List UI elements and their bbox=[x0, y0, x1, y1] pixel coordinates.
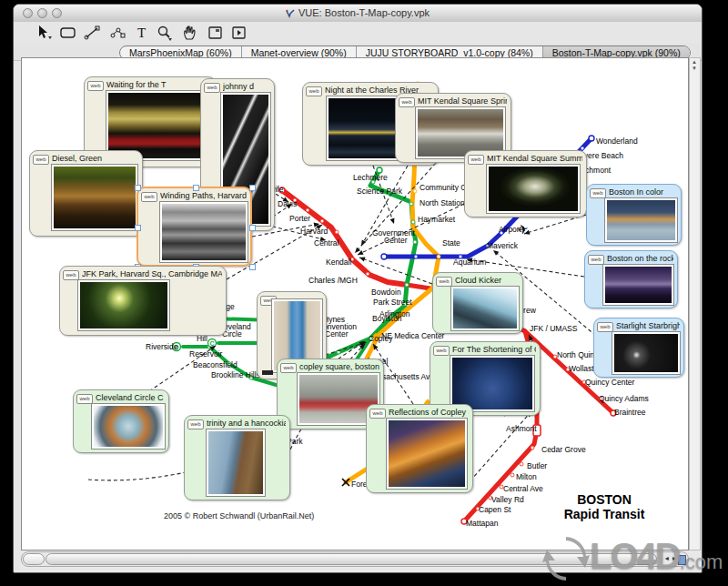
graph-tool-button[interactable] bbox=[109, 25, 127, 41]
node-photo-boston-in-color[interactable] bbox=[605, 198, 677, 242]
station-label: Central bbox=[314, 238, 339, 248]
station-label: Capen St bbox=[479, 505, 511, 514]
web-resource-badge[interactable]: web bbox=[433, 346, 450, 356]
scrollbar-badge[interactable] bbox=[678, 555, 686, 565]
node-photo-diesel-green[interactable] bbox=[52, 165, 137, 230]
station-marker bbox=[306, 208, 309, 212]
terminus-marker bbox=[589, 136, 594, 141]
node-photo-winding-paths[interactable] bbox=[160, 202, 248, 262]
text-tool-button[interactable]: T bbox=[133, 25, 151, 41]
web-resource-badge[interactable]: web bbox=[187, 419, 204, 429]
concept-node-winding-paths[interactable]: webWinding Paths, Harvard Sq. T bbox=[136, 187, 252, 267]
node-photo-cleveland-circle[interactable] bbox=[92, 404, 165, 449]
station-marker bbox=[511, 473, 514, 477]
station-marker bbox=[320, 219, 324, 223]
horizontal-scrollbar-thumb[interactable] bbox=[46, 553, 657, 565]
presentation-tool-button[interactable] bbox=[230, 25, 248, 41]
concept-node-kendal-summer[interactable]: webMIT Kendal Square Summer Night bbox=[464, 150, 587, 217]
station-label: North Station bbox=[420, 198, 465, 207]
link-arrowhead-9 bbox=[359, 258, 366, 262]
concept-node-cleveland-circle[interactable]: webCleveland Circle C Train bbox=[73, 389, 169, 453]
web-resource-badge[interactable]: web bbox=[369, 409, 386, 419]
link-tool-button[interactable] bbox=[84, 25, 102, 41]
node-photo-boston-rocks[interactable] bbox=[603, 265, 673, 305]
node-title: copley square, boston bbox=[299, 362, 379, 371]
window-titlebar[interactable]: VUE: Boston-T-Map-copy.vpk bbox=[14, 5, 702, 23]
station-label: Center bbox=[325, 329, 349, 338]
node-photo-starlight[interactable] bbox=[612, 332, 680, 374]
web-resource-badge[interactable]: web bbox=[204, 83, 220, 93]
concept-node-diesel-green[interactable]: webDiesel, Green bbox=[29, 150, 143, 237]
station-label: Maverick bbox=[487, 241, 519, 250]
web-resource-badge[interactable]: web bbox=[468, 155, 484, 165]
station-marker bbox=[414, 255, 418, 258]
scroll-down-arrow-icon[interactable]: ▼ bbox=[692, 66, 697, 71]
web-resource-badge[interactable]: web bbox=[597, 322, 613, 332]
node-photo-cloud-kicker[interactable] bbox=[451, 287, 519, 330]
window-title: VUE: Boston-T-Map-copy.vpk bbox=[14, 7, 702, 20]
station-marker bbox=[413, 189, 417, 193]
station-label: Mattapan bbox=[466, 519, 499, 528]
web-resource-badge[interactable]: web bbox=[63, 270, 79, 280]
node-photo-trinity[interactable] bbox=[207, 429, 265, 496]
content-tool-button[interactable] bbox=[207, 25, 225, 41]
selection-handle[interactable] bbox=[135, 225, 141, 231]
pan-tool-button[interactable] bbox=[181, 25, 199, 41]
scrollbar-arrows[interactable]: ◂ ▸ bbox=[665, 554, 677, 562]
node-title: MIT Kendal Square Spring Day bbox=[418, 96, 507, 106]
selection-handle[interactable] bbox=[249, 225, 256, 231]
concept-node-boston-in-color[interactable]: webBoston In color bbox=[586, 184, 682, 246]
station-label: Butler bbox=[527, 461, 547, 470]
station-label: Park Street bbox=[373, 298, 412, 307]
station-label: Brookline Hills bbox=[211, 370, 260, 379]
node-title: Boston In color bbox=[609, 187, 677, 197]
web-resource-badge[interactable]: web bbox=[306, 86, 322, 96]
selection-handle[interactable] bbox=[249, 264, 256, 270]
web-resource-badge[interactable]: web bbox=[399, 97, 415, 107]
node-title: trinity and a hancockian trio bbox=[207, 419, 286, 428]
select-tool-button[interactable] bbox=[35, 25, 54, 41]
web-resource-badge[interactable]: web bbox=[141, 192, 157, 202]
link-dashed-10 bbox=[524, 215, 586, 234]
concept-node-starlight[interactable]: webStarlight Starbright bbox=[593, 318, 684, 378]
station-label: Beaconsfield bbox=[193, 360, 238, 369]
web-resource-badge[interactable]: web bbox=[87, 81, 104, 91]
map-canvas[interactable]: CDAlewifeDavisPorterHarvardCentralKendal… bbox=[21, 57, 689, 551]
concept-node-boston-rocks[interactable]: webBoston on the rocks bbox=[584, 250, 678, 308]
node-title: johnny d bbox=[223, 82, 270, 91]
vue-application-window: VUE: Boston-T-Map-copy.vpk T bbox=[13, 4, 703, 573]
node-title: MIT Kendal Square Summer Night bbox=[487, 154, 582, 163]
zoom-tool-button[interactable] bbox=[156, 25, 174, 41]
station-label: Davis bbox=[278, 199, 297, 208]
concept-node-trinity[interactable]: webtrinity and a hancockian trio bbox=[184, 415, 290, 500]
web-resource-badge[interactable]: web bbox=[33, 155, 49, 165]
concept-node-reflections[interactable]: webReflections of Copley Square bbox=[366, 404, 473, 493]
node-title: Boston on the rocks bbox=[607, 254, 673, 263]
web-resource-badge[interactable]: web bbox=[280, 363, 297, 373]
node-title: Cloud Kicker bbox=[455, 276, 519, 285]
scrollbar-resize-box[interactable] bbox=[23, 553, 45, 565]
station-marker bbox=[410, 202, 413, 206]
web-resource-badge[interactable]: web bbox=[590, 188, 606, 198]
node-photo-kendal-summer[interactable] bbox=[487, 165, 580, 213]
concept-node-jfk-park[interactable]: webJFK Park, Harvard Sq., Cambridge MA -… bbox=[59, 266, 227, 336]
selection-handle[interactable] bbox=[193, 185, 199, 191]
node-photo-shortening[interactable] bbox=[450, 356, 534, 411]
selection-handle[interactable] bbox=[249, 185, 256, 191]
web-resource-badge[interactable]: web bbox=[76, 394, 93, 404]
node-tool-button[interactable] bbox=[59, 25, 77, 41]
scroll-up-arrow-icon[interactable]: ▲ bbox=[692, 60, 697, 65]
node-title: Reflections of Copley Square bbox=[389, 408, 469, 417]
concept-node-cloud-kicker[interactable]: webCloud Kicker bbox=[432, 272, 523, 334]
node-photo-jfk-park[interactable] bbox=[78, 280, 169, 330]
station-label: Science Park bbox=[357, 187, 403, 196]
horizontal-scrollbar[interactable]: ◂ ▸ bbox=[21, 551, 689, 567]
svg-text:T: T bbox=[137, 25, 146, 40]
node-title: Waiting for the T bbox=[106, 80, 212, 89]
station-label: Center bbox=[384, 236, 408, 245]
vertical-scrollbar[interactable]: ▲ ▼ bbox=[689, 57, 701, 551]
web-resource-badge[interactable]: web bbox=[588, 255, 604, 265]
selection-handle[interactable] bbox=[135, 185, 141, 191]
web-resource-badge[interactable]: web bbox=[436, 277, 452, 287]
node-photo-reflections[interactable] bbox=[387, 419, 467, 489]
